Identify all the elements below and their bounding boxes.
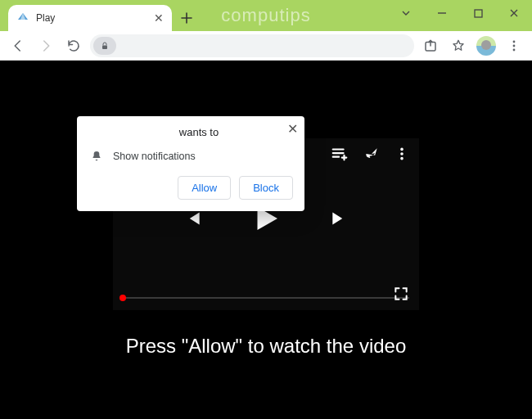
svg-point-8 [400,148,404,151]
watermark-text: computips [221,5,310,26]
tab-title: Play [36,12,147,24]
share-icon[interactable] [363,146,380,162]
notification-permission-dialog: ✕ wants to Show notifications Allow Bloc… [77,116,304,211]
svg-rect-2 [475,10,482,17]
back-button[interactable] [7,34,29,57]
dialog-actions: Allow Block [88,176,293,200]
dialog-header: wants to [88,126,293,138]
progress-thumb[interactable] [119,295,126,301]
permission-row: Show notifications [88,146,293,176]
progress-bar[interactable] [123,297,409,299]
window-dropdown-icon[interactable] [388,0,424,26]
svg-point-10 [400,157,404,160]
svg-point-6 [513,44,516,47]
more-icon[interactable] [394,146,409,161]
page-content: Press "Allow" to watch the video ✕ wants… [0,61,532,419]
reload-button[interactable] [62,34,85,57]
svg-point-7 [513,48,516,51]
svg-point-5 [513,40,516,43]
browser-toolbar [0,31,532,61]
address-bar[interactable] [90,34,414,57]
bookmark-button[interactable] [447,34,470,57]
browser-tab[interactable]: Play ✕ [8,5,172,31]
tab-favicon [16,11,29,25]
instruction-text: Press "Allow" to watch the video [0,335,532,358]
new-tab-button[interactable] [175,7,198,29]
fullscreen-button[interactable] [393,286,409,302]
bell-icon [90,150,103,163]
window-controls [388,0,532,26]
block-button[interactable]: Block [239,176,293,200]
next-track-button[interactable] [329,208,350,229]
playlist-add-icon[interactable] [331,145,349,163]
avatar-icon [476,36,496,56]
window-maximize-button[interactable] [460,0,496,26]
window-minimize-button[interactable] [424,0,460,26]
profile-button[interactable] [475,34,498,57]
svg-rect-3 [102,45,107,49]
tab-close-icon[interactable]: ✕ [154,11,164,25]
permission-label: Show notifications [113,151,196,162]
menu-button[interactable] [503,34,525,57]
svg-point-9 [400,152,404,155]
share-button[interactable] [419,34,442,57]
site-info-button[interactable] [93,37,116,55]
dialog-close-icon[interactable]: ✕ [287,121,298,137]
window-close-button[interactable] [496,0,532,26]
forward-button[interactable] [34,34,57,57]
allow-button[interactable]: Allow [178,176,231,200]
window-titlebar: computips Play ✕ [0,0,532,31]
